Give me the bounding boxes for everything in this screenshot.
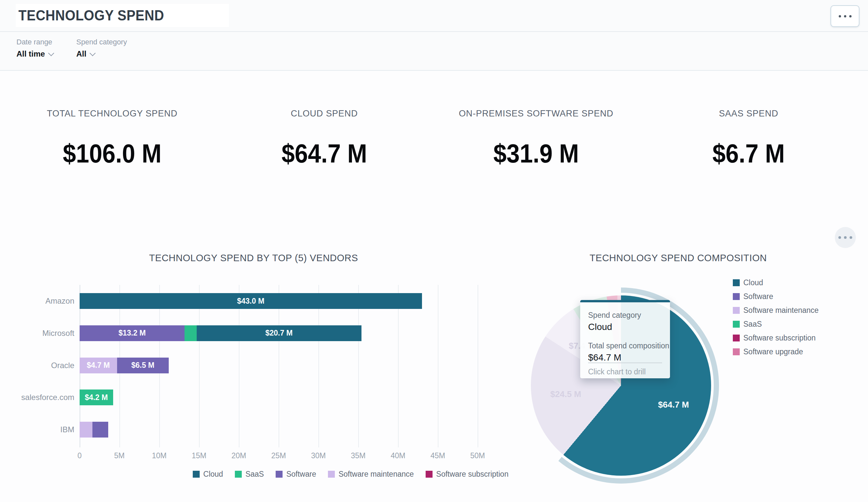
legend-item-cloud: Cloud (193, 470, 223, 479)
legend-swatch (733, 293, 740, 300)
bar-row: $13.2 M$20.7 M (80, 325, 499, 341)
dashboard-title-field[interactable]: TECHNOLOGY SPEND (16, 4, 229, 27)
pie-chart-legend: CloudSoftwareSoftware maintenanceSaaSSof… (733, 278, 819, 356)
bar-segment-saas[interactable]: $4.2 M (80, 389, 113, 405)
section-menu-button[interactable] (835, 227, 856, 248)
axis-tick-label: 15M (184, 451, 214, 460)
vendor-axis-label: IBM (0, 422, 74, 438)
legend-item-software-maintenance: Software maintenance (733, 306, 819, 315)
ellipsis-icon (849, 15, 851, 18)
legend-item-software-maintenance: Software maintenance (328, 470, 414, 479)
legend-item-software-upgrade: Software upgrade (733, 347, 803, 356)
legend-label: Software maintenance (743, 306, 819, 315)
axis-tick-label: 30M (303, 451, 333, 460)
bar-value-label: $6.5 M (131, 361, 154, 370)
bar-segment-software-maintenance[interactable] (80, 422, 92, 438)
legend-label: Software upgrade (743, 347, 803, 356)
bar-value-label: $4.2 M (85, 393, 108, 402)
legend-swatch (193, 471, 200, 478)
vendors-bar-chart[interactable]: $43.0 M$13.2 M$20.7 M$4.7 M$6.5 M$4.2 M (80, 285, 499, 448)
legend-swatch (426, 471, 433, 478)
kpi-value: $106.0 M (9, 139, 216, 169)
legend-label: Software subscription (436, 470, 508, 479)
axis-tick-label: 35M (343, 451, 373, 460)
legend-label: SaaS (743, 320, 762, 329)
date-range-dropdown[interactable]: All time (17, 49, 53, 59)
kpi-value: $6.7 M (645, 139, 852, 169)
bar-value-label: $13.2 M (118, 329, 146, 338)
vendor-axis-label: Amazon (0, 293, 74, 309)
ellipsis-icon (839, 15, 841, 18)
kpi-label: ON-PREMISES SOFTWARE SPEND (421, 109, 651, 119)
spend-category-value: All (76, 49, 86, 59)
axis-tick-label: 20M (224, 451, 254, 460)
bar-segment-software[interactable] (92, 422, 108, 438)
tooltip-hint: Click chart to drill (588, 367, 645, 376)
kpi-cloud-spend: CLOUD SPEND $64.7 M (209, 109, 440, 169)
pie-slice-label: $24.5 M (550, 389, 581, 399)
ellipsis-icon (844, 15, 846, 18)
chart-tooltip: Spend category Cloud Total spend composi… (580, 300, 670, 378)
legend-label: Software maintenance (339, 470, 414, 479)
legend-item-saas: SaaS (733, 320, 762, 329)
bar-row: $4.7 M$6.5 M (80, 358, 499, 373)
legend-swatch (235, 471, 242, 478)
legend-label: Software (743, 292, 773, 301)
kpi-saas-spend: SAAS SPEND $6.7 M (633, 109, 864, 169)
tooltip-metric-value: $64.7 M (588, 352, 670, 363)
bar-segment-software-maintenance[interactable]: $4.7 M (80, 358, 117, 373)
legend-item-cloud: Cloud (733, 278, 763, 287)
spend-category-dropdown[interactable]: All (76, 49, 127, 59)
legend-swatch (276, 471, 282, 478)
legend-item-saas: SaaS (235, 470, 264, 479)
bar-segment-cloud[interactable]: $20.7 M (197, 325, 361, 341)
pie-slice-label: $64.7 M (658, 399, 689, 410)
kpi-total-technology-spend: TOTAL TECHNOLOGY SPEND $106.0 M (0, 109, 227, 169)
legend-label: Software subscription (743, 334, 816, 342)
tooltip-metric-label: Total spend composition (588, 341, 670, 350)
pie-chart-title: TECHNOLOGY SPEND COMPOSITION (590, 253, 767, 264)
legend-swatch (733, 321, 740, 328)
legend-item-software: Software (276, 470, 316, 479)
legend-item-software-subscription: Software subscription (733, 334, 816, 342)
tooltip-category-value: Cloud (588, 322, 670, 332)
axis-tick-label: 25M (264, 451, 293, 460)
legend-swatch (733, 307, 740, 314)
bar-chart-legend: CloudSaaSSoftwareSoftware maintenanceSof… (193, 470, 508, 479)
legend-swatch (733, 348, 740, 355)
bar-value-label: $4.7 M (87, 361, 110, 370)
spend-category-label: Spend category (76, 38, 127, 47)
axis-tick-label: 0 (65, 451, 94, 460)
axis-tick-label: 45M (423, 451, 453, 460)
legend-swatch (328, 471, 335, 478)
axis-tick-label: 10M (144, 451, 174, 460)
vendor-axis-label: Microsoft (0, 325, 74, 341)
kpi-label: SAAS SPEND (633, 109, 864, 119)
bar-segment-software[interactable]: $13.2 M (80, 325, 185, 341)
legend-swatch (733, 279, 740, 286)
legend-swatch (733, 335, 740, 341)
tooltip-divider (588, 362, 662, 363)
header-bar: TECHNOLOGY SPEND (0, 0, 868, 32)
kpi-value: $31.9 M (433, 139, 640, 169)
date-range-filter: Date range All time (17, 38, 53, 59)
legend-label: Cloud (203, 470, 223, 479)
legend-label: Cloud (743, 278, 763, 287)
bar-segment-saas[interactable] (185, 325, 196, 341)
filter-bar: Date range All time Spend category All (0, 32, 868, 71)
legend-label: Software (286, 470, 316, 479)
bar-row (80, 422, 499, 438)
bar-segment-cloud[interactable]: $43.0 M (80, 293, 422, 309)
ellipsis-icon (844, 236, 847, 239)
legend-label: SaaS (245, 470, 264, 479)
date-range-label: Date range (17, 38, 53, 47)
kpi-on-premises-software-spend: ON-PREMISES SOFTWARE SPEND $31.9 M (421, 109, 651, 169)
date-range-value: All time (17, 49, 45, 59)
page-title: TECHNOLOGY SPEND (18, 7, 164, 24)
bar-segment-software[interactable]: $6.5 M (117, 358, 169, 373)
legend-item-software-subscription: Software subscription (426, 470, 508, 479)
axis-tick-label: 40M (383, 451, 413, 460)
kpi-value: $64.7 M (221, 139, 428, 169)
bar-value-label: $43.0 M (237, 297, 265, 306)
header-menu-button[interactable] (830, 5, 859, 27)
